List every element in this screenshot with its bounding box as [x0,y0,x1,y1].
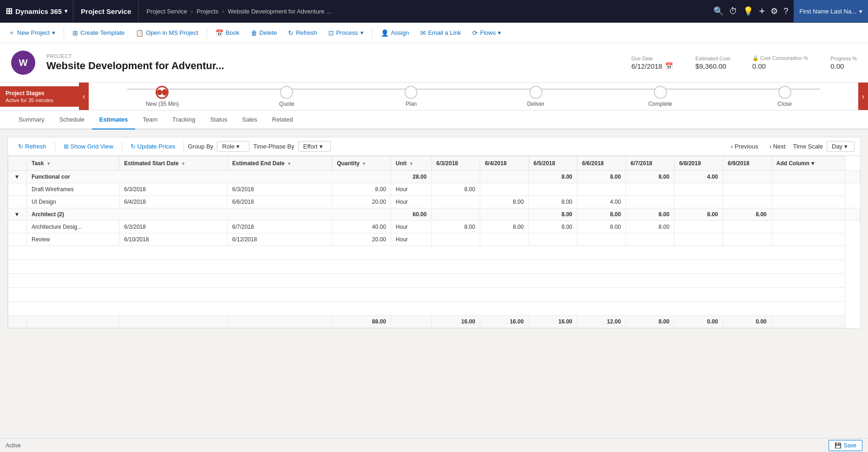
start-date-header[interactable]: Estimated Start Date ▾ [119,156,228,171]
schedule-tab[interactable]: Schedule [52,110,92,129]
ad-d6 [674,221,723,233]
user-area[interactable]: First Name Last Na... ▾ [794,0,868,22]
time-phase-by-select[interactable]: Effort ▾ [298,141,331,152]
clock-icon[interactable]: ⏱ [729,6,737,16]
end-review: 6/12/2018 [227,233,332,246]
create-template-button[interactable]: ⊞ Create Template [68,27,129,39]
expand-functional[interactable]: ▼ [8,171,27,183]
bc-3[interactable]: Website Development for Adventure ... [228,8,331,15]
prev-icon: ‹ [731,143,732,150]
ad-d1: 8.00 [431,221,480,233]
delete-button[interactable]: 🗑 Delete [246,27,282,39]
stage-close[interactable]: Close [723,86,847,107]
sales-tab[interactable]: Sales [235,110,265,129]
stages-next-button[interactable]: › [858,83,868,110]
bc-1[interactable]: Project Service [146,8,187,15]
uid-d2: 8.00 [480,196,529,208]
expand-architect[interactable]: ▼ [8,208,27,221]
settings-icon[interactable]: ⚙ [770,6,778,16]
update-prices-label: Update Prices [137,143,176,150]
estimates-toolbar: ↻ Refresh ⊞ Show Grid View ↻ Update Pric… [7,137,861,155]
uid-d6 [674,196,723,208]
g-ar-d1 [480,208,529,221]
dw-addcol [771,183,845,196]
stage-new[interactable]: New (35 Min) [100,86,224,107]
project-title: Website Development for Adventur... [46,60,620,72]
stage-quote[interactable]: Quote [224,86,349,107]
sub-expand-3 [8,221,27,233]
end-date-header[interactable]: Estimated End Date ▾ [227,156,332,171]
book-button[interactable]: 📅 Book [211,27,244,39]
quantity-header[interactable]: Quantity ▾ [332,156,391,171]
stages-prev-button[interactable]: ‹ [79,83,89,110]
bc-sep-2: › [222,8,224,15]
add-icon[interactable]: + [759,5,765,17]
question-icon[interactable]: ? [783,6,788,16]
show-grid-view-button[interactable]: ⊞ Show Grid View [59,141,118,152]
est-refresh-label: Refresh [25,143,46,150]
footer-qty: 88.00 [332,316,391,328]
refresh-button[interactable]: ↻ Refresh [283,27,322,39]
group-by-select[interactable]: Role ▾ [217,141,249,152]
sep-1 [64,27,64,39]
stage-label-plan: Plan [405,101,417,107]
brand-dropdown-icon[interactable]: ▾ [65,8,67,14]
est-refresh-icon: ↻ [18,143,23,150]
update-prices-button[interactable]: ↻ Update Prices [126,141,180,152]
estimates-tab[interactable]: Estimates [92,110,135,129]
stage-plan[interactable]: Plan [349,86,473,107]
g-fc-d5: 4.00 [674,171,723,183]
next-icon: › [769,143,771,150]
rv-d1 [431,233,480,246]
show-grid-view-label: Show Grid View [71,143,113,150]
g-ar-d4: 8.00 [626,208,674,221]
previous-button[interactable]: ‹ Previous [727,141,762,152]
bc-2[interactable]: Projects [196,8,218,15]
next-button[interactable]: › Next [765,141,789,152]
process-button[interactable]: ⊡ Process ▾ [324,27,368,39]
stages-pipeline: New (35 Min) Quote Plan Deliver Complete… [89,83,858,110]
day-select[interactable]: Day ▾ [827,141,855,152]
search-icon[interactable]: 🔍 [713,6,724,16]
stage-complete[interactable]: Complete [598,86,723,107]
related-tab[interactable]: Related [265,110,300,129]
est-refresh-button[interactable]: ↻ Refresh [13,141,51,152]
user-chevron-icon: ▾ [859,8,862,15]
uid-d5 [626,196,674,208]
time-phase-chevron: ▾ [320,143,323,150]
summary-tab[interactable]: Summary [11,110,52,129]
open-ms-project-button[interactable]: 📋 Open in MS Project [131,27,203,39]
project-info: PROJECT Website Development for Adventur… [46,53,620,72]
unit-header[interactable]: Unit ▾ [391,156,432,171]
end-draft-wireframes: 6/3/2018 [227,183,332,196]
start-review: 6/10/2018 [119,233,228,246]
team-tab[interactable]: Team [135,110,165,129]
stage-circle-quote [280,86,293,99]
add-column-header[interactable]: Add Column ▾ [771,156,845,171]
estimates-table-wrapper: Task ▾ Estimated Start Date ▾ Estimated … [7,155,861,329]
tracking-tab[interactable]: Tracking [165,110,202,129]
group-label-architect: Architect (2) [27,208,391,221]
project-meta-group: Due Date 6/12/2018 📅 Estimated Cost $9,3… [631,55,857,70]
brand-area[interactable]: ⊞ Dynamics 365 ▾ [0,0,73,22]
new-project-label: New Project [17,29,50,36]
task-ui-design: UI Design [27,196,119,208]
new-project-button[interactable]: ＋ New Project ▾ [4,26,60,39]
stage-label-complete: Complete [648,101,672,107]
dw-d7 [723,183,771,196]
assign-button[interactable]: 👤 Assign [376,27,414,39]
stage-circle-plan [405,86,418,99]
empty-row-2 [8,260,860,274]
email-link-button[interactable]: ✉ Email a Link [416,27,466,39]
status-tab[interactable]: Status [202,110,235,129]
action-bar: ＋ New Project ▾ ⊞ Create Template 📋 Open… [0,23,868,43]
g-ar-d3: 8.00 [577,208,626,221]
task-header[interactable]: Task ▾ [27,156,119,171]
flows-button[interactable]: ⟳ Flows ▾ [468,27,506,39]
assign-label: Assign [391,29,409,36]
stage-deliver[interactable]: Deliver [474,86,598,107]
calendar-icon[interactable]: 📅 [665,62,673,70]
table-row-review: Review 6/10/2018 6/12/2018 20.00 Hour [8,233,860,246]
cost-consumption-label: 🔒 Cost Consumption % [752,55,808,61]
help-icon[interactable]: 💡 [743,6,753,16]
